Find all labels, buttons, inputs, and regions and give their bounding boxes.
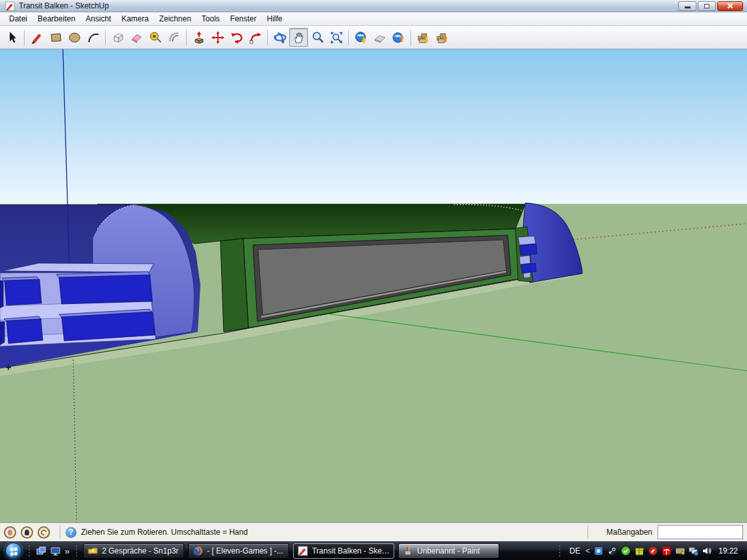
language-indicator[interactable]: DE	[567, 546, 582, 555]
minimize-icon	[685, 6, 691, 8]
menu-bearbeiten[interactable]: Bearbeiten	[32, 12, 80, 25]
restore-button[interactable]	[698, 1, 716, 11]
move-icon	[211, 30, 225, 45]
sketchup-status-attribution-icon[interactable]	[4, 526, 16, 539]
sketchup-status-ring-icon[interactable]	[38, 526, 50, 539]
toggle-terrain-button[interactable]	[370, 28, 389, 47]
globe-download-icon	[354, 30, 368, 45]
sketchup-task-icon	[298, 546, 308, 556]
circle-icon	[67, 30, 82, 45]
terrain-icon	[373, 30, 387, 45]
make-component-tool-button[interactable]	[108, 28, 127, 47]
start-button[interactable]	[5, 542, 22, 559]
menu-ansicht[interactable]: Ansicht	[80, 12, 116, 25]
sketchup-status-person-icon[interactable]	[21, 526, 33, 539]
sketchup-window: Transit Balken - SketchUp Datei Bearbeit…	[0, 0, 747, 560]
push-pull-icon	[192, 30, 206, 45]
select-tool-button[interactable]	[3, 28, 21, 47]
menu-hilfe[interactable]: Hilfe	[262, 12, 288, 25]
status-hint-text: Ziehen Sie zum Rotieren. Umschalttaste =…	[81, 528, 582, 537]
get-current-view-button[interactable]	[351, 28, 370, 47]
eraser-icon	[130, 30, 144, 45]
paint-icon	[403, 546, 413, 556]
buildings-download-icon	[416, 30, 431, 45]
window-title: Transit Balken - SketchUp	[19, 0, 678, 12]
measurements-label: Maßangaben	[606, 528, 652, 537]
menu-kamera[interactable]: Kamera	[116, 12, 154, 25]
taskbar-clock[interactable]: 19:22	[716, 546, 742, 555]
avira-tray-icon[interactable]	[661, 546, 672, 556]
get-models-button[interactable]	[414, 28, 433, 47]
magnifier-icon	[311, 30, 325, 45]
system-tray: DE <	[555, 544, 744, 557]
pencil-icon	[30, 30, 44, 45]
keyboard-layout-tray-icon[interactable]	[675, 546, 685, 556]
close-button[interactable]	[717, 1, 743, 11]
firefox-icon	[193, 546, 203, 556]
quicklaunch-grip	[28, 544, 30, 557]
show-desktop-icon	[51, 546, 60, 556]
quicklaunch-overflow-chevron[interactable]: »	[62, 546, 72, 556]
sketchup-app-icon	[5, 1, 15, 11]
globe-upload-icon	[392, 30, 406, 45]
quicklaunch-show-desktop[interactable]	[48, 544, 62, 558]
rectangle-tool-button[interactable]	[46, 28, 65, 47]
circle-tool-button[interactable]	[65, 28, 84, 47]
steam-tray-icon[interactable]	[607, 546, 617, 556]
taskbar-button-sketchup[interactable]: Transit Balken - Sket...	[293, 543, 394, 559]
volume-tray-icon[interactable]	[702, 546, 713, 556]
pan-tool-button[interactable]	[289, 28, 308, 47]
restore-icon	[704, 4, 709, 8]
line-tool-button[interactable]	[27, 28, 46, 47]
move-tool-button[interactable]	[208, 28, 227, 47]
windows-flag-icon	[10, 547, 18, 555]
package-tray-icon[interactable]	[634, 546, 645, 556]
3d-viewport[interactable]	[0, 49, 747, 522]
taskbar-button-chat[interactable]: 2 Gespräche - Sn1p3r	[83, 543, 184, 559]
network-tray-icon[interactable]	[689, 546, 699, 556]
menu-zeichnen[interactable]: Zeichnen	[154, 12, 196, 25]
menu-fenster[interactable]: Fenster	[225, 12, 262, 25]
push-pull-tool-button[interactable]	[189, 28, 208, 47]
quicklaunch-switch-windows[interactable]	[34, 544, 48, 558]
place-model-button[interactable]	[389, 28, 408, 47]
share-model-button[interactable]	[433, 28, 451, 47]
component-box-icon	[111, 30, 125, 45]
menu-bar: Datei Bearbeiten Ansicht Kamera Zeichnen…	[0, 12, 747, 26]
tray-grip	[558, 544, 561, 557]
rectangle-icon	[49, 30, 63, 45]
taskbar-button-firefox[interactable]: - [ Eleven-Games ] -...	[188, 543, 289, 559]
rotate-icon	[230, 30, 244, 45]
menu-tools[interactable]: Tools	[196, 12, 225, 25]
close-icon	[727, 3, 733, 9]
zoom-extents-tool-button[interactable]	[327, 28, 346, 47]
taskbar: » 2 Gespräche - Sn1p3r - [ Eleven-Games …	[0, 541, 747, 560]
offset-icon	[167, 30, 182, 45]
offset-tool-button[interactable]	[165, 28, 184, 47]
title-bar: Transit Balken - SketchUp	[0, 0, 747, 12]
status-bar: ? Ziehen Sie zum Rotieren. Umschalttaste…	[0, 522, 747, 541]
messenger-tray-icon[interactable]	[593, 546, 604, 556]
eraser-tool-button[interactable]	[127, 28, 146, 47]
zoom-tool-button[interactable]	[308, 28, 327, 47]
select-arrow-icon	[5, 30, 19, 45]
model-scene	[0, 49, 747, 522]
sky	[0, 49, 747, 204]
arc-tool-button[interactable]	[84, 28, 102, 47]
buildings-upload-icon	[435, 30, 449, 45]
menu-datei[interactable]: Datei	[4, 12, 32, 25]
rotate-tool-button[interactable]	[227, 28, 246, 47]
hand-icon	[292, 30, 306, 45]
help-icon[interactable]: ?	[65, 527, 77, 538]
toolbar	[0, 26, 747, 49]
orbit-tool-button[interactable]	[270, 28, 289, 47]
measurements-input[interactable]	[658, 525, 743, 539]
media-red-tray-icon[interactable]	[648, 546, 658, 556]
follow-me-tool-button[interactable]	[246, 28, 265, 47]
minimize-button[interactable]	[678, 1, 696, 11]
chat-app-icon	[88, 546, 98, 556]
tray-collapse-chevron[interactable]: <	[586, 546, 590, 555]
tape-measure-tool-button[interactable]	[146, 28, 165, 47]
taskbar-button-paint[interactable]: Unbenannt - Paint	[398, 543, 499, 559]
green-status-tray-icon[interactable]	[621, 546, 631, 556]
